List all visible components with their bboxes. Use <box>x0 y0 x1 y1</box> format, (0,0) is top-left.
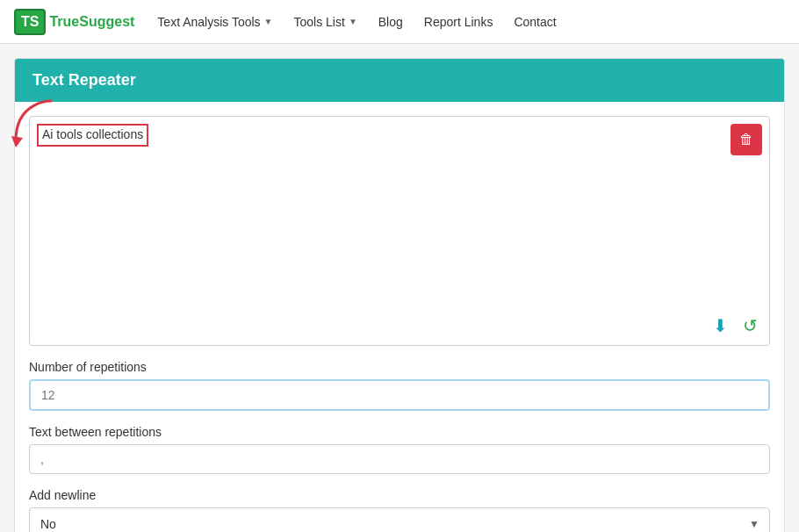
svg-marker-0 <box>11 136 23 147</box>
download-button[interactable]: ⬇ <box>708 313 732 338</box>
between-label: Text between repetitions <box>29 425 770 439</box>
chevron-down-icon: ▼ <box>349 17 357 26</box>
between-input[interactable] <box>29 444 770 474</box>
logo-box: TS <box>14 9 46 35</box>
chevron-down-icon: ▼ <box>264 17 273 26</box>
textarea-actions: ⬇ ↺ <box>30 310 769 345</box>
textarea-section: Ai tools collections ⬇ ↺ 🗑 <box>29 116 770 346</box>
newline-label: Add newline <box>29 488 770 502</box>
nav-text-analysis[interactable]: Text Analysis Tools ▼ <box>148 0 281 44</box>
logo-text: TrueSuggest <box>49 14 134 30</box>
navbar: TS TrueSuggest Text Analysis Tools ▼ Too… <box>0 0 799 44</box>
repetitions-input[interactable] <box>29 379 770 411</box>
arrow-annotation <box>7 97 60 169</box>
repetitions-group: Number of repetitions <box>29 360 770 411</box>
refresh-button[interactable]: ↺ <box>738 313 762 338</box>
nav-blog[interactable]: Blog <box>370 0 412 44</box>
nav-tools-list[interactable]: Tools List ▼ <box>285 0 366 44</box>
card-header: Text Repeater <box>15 59 784 102</box>
nav-contact[interactable]: Contact <box>505 0 565 44</box>
nav-report-links[interactable]: Report Links <box>415 0 502 44</box>
logo-link[interactable]: TS TrueSuggest <box>14 9 134 35</box>
text-repeater-card: Text Repeater Ai tools collections ⬇ ↺ 🗑 <box>14 58 785 532</box>
repetitions-label: Number of repetitions <box>29 360 770 374</box>
newline-select-wrapper: No Yes ▼ <box>29 507 770 532</box>
newline-select[interactable]: No Yes <box>29 507 770 532</box>
card-title: Text Repeater <box>32 71 136 89</box>
card-body: Ai tools collections ⬇ ↺ 🗑 Number of rep… <box>15 102 784 532</box>
logo-icon: TS <box>21 14 39 30</box>
between-group: Text between repetitions <box>29 425 770 474</box>
newline-group: Add newline No Yes ▼ <box>29 488 770 532</box>
main-wrapper: Text Repeater Ai tools collections ⬇ ↺ 🗑 <box>0 44 799 532</box>
